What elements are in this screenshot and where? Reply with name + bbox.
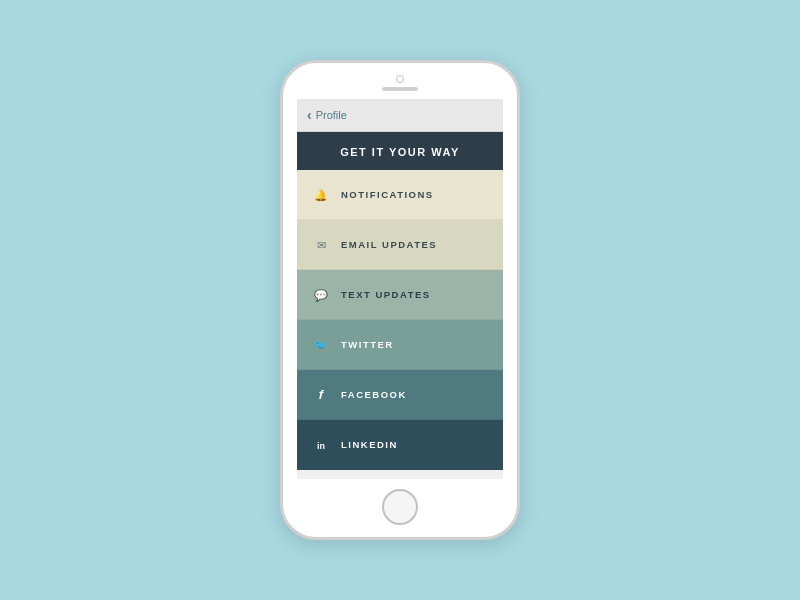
nav-back-label[interactable]: Profile (316, 109, 347, 121)
notifications-label: NOTIFICATIONS (341, 189, 434, 200)
menu-item-facebook[interactable]: FACEBOOK (297, 370, 503, 420)
linkedin-label: LINKEDIN (341, 439, 398, 450)
facebook-icon (311, 387, 331, 402)
section-title: GET IT YOUR WAY (340, 146, 460, 158)
email-label: EMAIL UPDATES (341, 239, 437, 250)
phone-screen: ‹ Profile GET IT YOUR WAY NOTIFICATIONS … (297, 99, 503, 479)
text-label: TEXT UPDATES (341, 289, 431, 300)
twitter-icon (311, 338, 331, 352)
bell-icon (311, 188, 331, 202)
nav-bar[interactable]: ‹ Profile (297, 99, 503, 132)
phone-frame: ‹ Profile GET IT YOUR WAY NOTIFICATIONS … (280, 60, 520, 540)
linkedin-icon (311, 438, 331, 452)
menu-list: NOTIFICATIONS EMAIL UPDATES TEXT UPDATES… (297, 170, 503, 479)
phone-top (283, 63, 517, 99)
chat-icon (311, 288, 331, 302)
section-header: GET IT YOUR WAY (297, 132, 503, 170)
home-button[interactable] (382, 489, 418, 525)
menu-item-twitter[interactable]: TWITTER (297, 320, 503, 370)
back-chevron-icon: ‹ (307, 107, 312, 123)
phone-camera (396, 75, 404, 83)
menu-item-text[interactable]: TEXT UPDATES (297, 270, 503, 320)
email-icon (311, 238, 331, 252)
menu-item-linkedin[interactable]: LINKEDIN (297, 420, 503, 470)
phone-speaker (382, 87, 418, 91)
facebook-label: FACEBOOK (341, 389, 407, 400)
twitter-label: TWITTER (341, 339, 394, 350)
menu-item-email[interactable]: EMAIL UPDATES (297, 220, 503, 270)
phone-bottom (283, 479, 517, 537)
menu-item-notifications[interactable]: NOTIFICATIONS (297, 170, 503, 220)
